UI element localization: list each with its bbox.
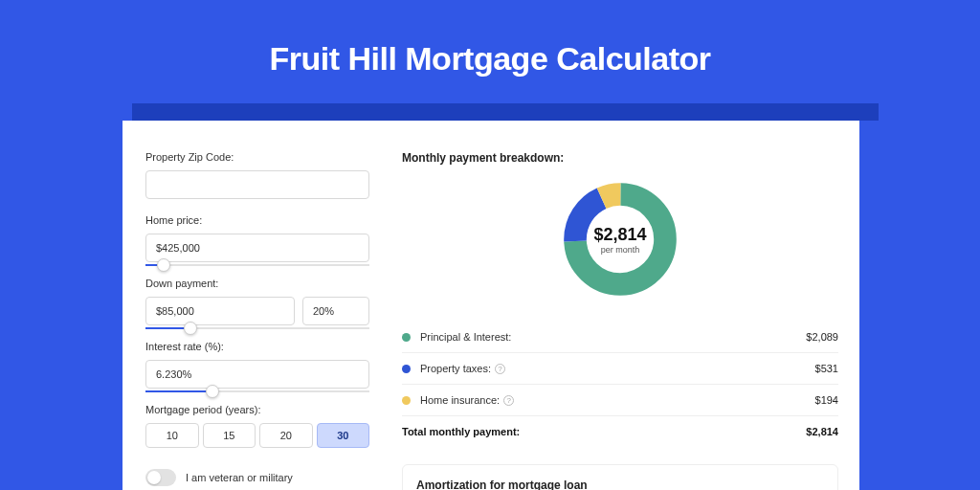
period-label: Mortgage period (years): [145, 404, 369, 415]
price-slider-knob[interactable] [157, 258, 170, 272]
zip-input[interactable] [145, 170, 369, 199]
period-btn-10[interactable]: 10 [145, 423, 199, 448]
period-btn-30[interactable]: 30 [317, 423, 370, 448]
legend-label: Property taxes:? [420, 363, 815, 374]
panel-shadow [132, 103, 879, 121]
legend-label: Principal & Interest: [420, 331, 806, 343]
price-input[interactable] [145, 234, 369, 262]
breakdown-column: Monthly payment breakdown: $2,814 per mo… [390, 121, 859, 490]
total-value: $2,814 [806, 426, 838, 437]
legend-value: $194 [815, 394, 838, 406]
donut-sub: per month [601, 245, 640, 255]
total-label: Total monthly payment: [402, 426, 806, 437]
down-amount-input[interactable] [145, 297, 295, 325]
breakdown-legend: Principal & Interest:$2,089Property taxe… [402, 322, 838, 416]
page-title: Fruit Hill Mortgage Calculator [0, 0, 980, 78]
breakdown-title: Monthly payment breakdown: [402, 151, 838, 165]
legend-value: $2,089 [806, 331, 838, 343]
down-pct-input[interactable] [302, 297, 369, 325]
period-field-group: Mortgage period (years): 10152030 [145, 404, 369, 448]
rate-input[interactable] [145, 360, 369, 389]
period-options: 10152030 [145, 423, 369, 448]
rate-slider-knob[interactable] [206, 385, 219, 398]
legend-row: Home insurance:?$194 [402, 385, 838, 416]
total-row: Total monthly payment: $2,814 [402, 416, 838, 447]
payment-donut-chart: $2,814 per month [561, 180, 679, 299]
veteran-label: I am veteran or military [186, 472, 293, 483]
period-btn-20[interactable]: 20 [259, 423, 313, 448]
legend-row: Property taxes:?$531 [402, 353, 838, 385]
veteran-row: I am veteran or military [145, 469, 369, 486]
legend-value: $531 [815, 363, 838, 374]
form-column: Property Zip Code: Home price: Down paym… [122, 121, 390, 490]
legend-dot-icon [402, 333, 411, 342]
down-label: Down payment: [145, 278, 369, 289]
zip-field-group: Property Zip Code: [145, 151, 369, 199]
price-field-group: Home price: [145, 214, 369, 262]
veteran-toggle-knob [147, 471, 161, 484]
zip-label: Property Zip Code: [145, 151, 369, 163]
donut-total: $2,814 [593, 225, 646, 245]
legend-dot-icon [402, 396, 411, 405]
legend-label: Home insurance:? [420, 394, 815, 406]
down-field-group: Down payment: [145, 278, 369, 325]
legend-dot-icon [402, 365, 411, 373]
amortization-title: Amortization for mortgage loan [416, 479, 824, 490]
rate-field-group: Interest rate (%): [145, 341, 369, 389]
amortization-card: Amortization for mortgage loan Amortizat… [402, 464, 838, 490]
calculator-panel: Property Zip Code: Home price: Down paym… [122, 121, 859, 490]
down-slider-knob[interactable] [184, 322, 197, 335]
help-icon[interactable]: ? [503, 395, 514, 406]
price-label: Home price: [145, 214, 369, 226]
donut-wrap: $2,814 per month [402, 180, 838, 299]
rate-slider-fill [145, 390, 212, 392]
price-slider-track[interactable] [145, 264, 369, 266]
veteran-toggle[interactable] [145, 469, 176, 486]
donut-center: $2,814 per month [561, 180, 679, 299]
help-icon[interactable]: ? [495, 364, 505, 374]
legend-row: Principal & Interest:$2,089 [402, 322, 838, 353]
period-btn-15[interactable]: 15 [203, 423, 256, 448]
rate-label: Interest rate (%): [145, 341, 369, 352]
